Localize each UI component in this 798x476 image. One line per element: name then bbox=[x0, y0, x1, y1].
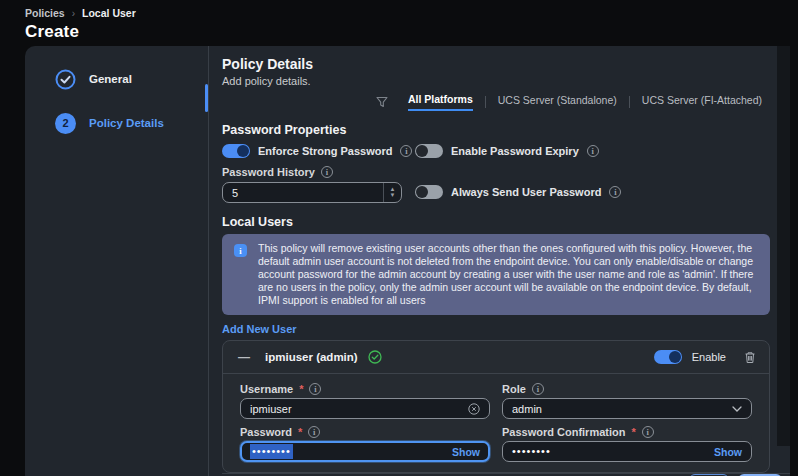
content-title: Policy Details bbox=[222, 56, 770, 72]
username-label: Username bbox=[240, 383, 293, 395]
enable-password-expiry-label: Enable Password Expiry bbox=[451, 145, 579, 157]
chevron-down-icon bbox=[732, 406, 742, 412]
password-confirmation-masked-value: •••••••• bbox=[512, 445, 551, 458]
content-subtitle: Add policy details. bbox=[222, 75, 770, 87]
enforce-strong-password-control: Enforce Strong Password i bbox=[222, 144, 415, 158]
password-confirmation-label: Password Confirmation bbox=[502, 426, 625, 438]
step-policy-details[interactable]: 2 Policy Details bbox=[25, 112, 208, 134]
info-icon[interactable]: i bbox=[321, 166, 333, 178]
enforce-strong-password-toggle[interactable] bbox=[222, 144, 250, 158]
tab-separator bbox=[629, 96, 630, 108]
role-field: Role i admin bbox=[502, 383, 752, 419]
info-icon[interactable]: i bbox=[309, 383, 321, 395]
user-enable-label: Enable bbox=[692, 351, 726, 363]
required-asterisk: * bbox=[299, 383, 303, 395]
number-stepper-icons[interactable]: ▲▼ bbox=[383, 183, 401, 202]
username-input[interactable] bbox=[250, 403, 462, 415]
page-title: Create bbox=[25, 22, 798, 42]
required-asterisk: * bbox=[298, 426, 302, 438]
local-users-heading: Local Users bbox=[222, 215, 770, 229]
info-icon[interactable]: i bbox=[609, 186, 621, 198]
password-confirmation-input[interactable]: •••••••• Show bbox=[502, 441, 752, 462]
scrollbar-thumb[interactable] bbox=[205, 84, 208, 112]
filter-icon[interactable] bbox=[376, 96, 388, 108]
local-users-info-banner: i This policy will remove existing user … bbox=[222, 234, 770, 315]
password-field: Password * i •••••••• Show bbox=[240, 426, 490, 462]
page-header: Policies › Local User Create bbox=[0, 0, 798, 46]
step-number-badge: 2 bbox=[55, 113, 76, 134]
clear-input-icon[interactable] bbox=[468, 403, 480, 415]
info-icon: i bbox=[234, 244, 247, 257]
toggle-row-1: Enforce Strong Password i Enable Passwor… bbox=[222, 144, 770, 158]
enable-password-expiry-toggle[interactable] bbox=[415, 144, 443, 158]
valid-check-icon bbox=[368, 350, 382, 364]
password-label: Password bbox=[240, 426, 292, 438]
add-new-user-link[interactable]: Add New User bbox=[222, 323, 297, 335]
step-general-label: General bbox=[89, 73, 132, 85]
info-icon[interactable]: i bbox=[642, 426, 654, 438]
user-card-form: Username * i bbox=[223, 374, 769, 472]
step-general[interactable]: General bbox=[25, 68, 208, 90]
user-enable-toggle[interactable] bbox=[654, 350, 682, 364]
breadcrumb-current: Local User bbox=[82, 7, 136, 19]
breadcrumb-policies-link[interactable]: Policies bbox=[25, 7, 65, 19]
info-icon[interactable]: i bbox=[308, 426, 320, 438]
password-history-field: Password History i ▲▼ bbox=[222, 166, 415, 203]
always-send-user-password-label: Always Send User Password bbox=[451, 186, 601, 198]
password-confirmation-field: Password Confirmation * i •••••••• Show bbox=[502, 426, 752, 462]
info-icon[interactable]: i bbox=[587, 145, 599, 157]
password-masked-value: •••••••• bbox=[250, 444, 293, 459]
always-send-user-password-toggle[interactable] bbox=[415, 185, 443, 199]
role-select[interactable]: admin bbox=[502, 398, 752, 419]
role-selected-value: admin bbox=[512, 403, 726, 415]
tab-separator bbox=[485, 96, 486, 108]
user-card-header: — ipmiuser (admin) Enable bbox=[223, 341, 769, 373]
always-send-user-password-control: Always Send User Password i bbox=[415, 185, 621, 199]
password-show-button[interactable]: Show bbox=[452, 446, 480, 458]
step-complete-check-icon bbox=[55, 69, 76, 90]
password-history-row: Password History i ▲▼ Always Send User P… bbox=[222, 166, 770, 203]
enable-password-expiry-control: Enable Password Expiry i bbox=[415, 144, 599, 158]
password-history-input[interactable] bbox=[223, 187, 383, 199]
create-policy-panel: General 2 Policy Details Policy Details … bbox=[25, 46, 790, 476]
info-icon[interactable]: i bbox=[400, 145, 412, 157]
breadcrumb-separator-icon: › bbox=[72, 8, 75, 19]
password-properties-heading: Password Properties bbox=[222, 123, 770, 137]
info-banner-text: This policy will remove existing user ac… bbox=[258, 242, 758, 307]
info-icon[interactable]: i bbox=[532, 383, 544, 395]
user-card: — ipmiuser (admin) Enable bbox=[222, 340, 770, 473]
tab-ucs-server-fi-attached[interactable]: UCS Server (FI-Attached) bbox=[642, 94, 762, 110]
password-history-label: Password History bbox=[222, 166, 315, 178]
delete-user-icon[interactable] bbox=[744, 351, 756, 364]
policy-details-content: Policy Details Add policy details. All P… bbox=[209, 46, 790, 476]
content-scrollbar-track[interactable] bbox=[777, 46, 790, 446]
required-asterisk: * bbox=[631, 426, 635, 438]
role-label: Role bbox=[502, 383, 526, 395]
step-policy-details-label: Policy Details bbox=[89, 117, 164, 129]
tab-all-platforms[interactable]: All Platforms bbox=[408, 93, 473, 111]
username-field: Username * i bbox=[240, 383, 490, 419]
user-card-title: ipmiuser (admin) bbox=[265, 351, 358, 363]
tab-ucs-server-standalone[interactable]: UCS Server (Standalone) bbox=[498, 94, 617, 110]
enforce-strong-password-label: Enforce Strong Password bbox=[258, 145, 392, 157]
wizard-stepper: General 2 Policy Details bbox=[25, 46, 208, 476]
platform-tabs: All Platforms UCS Server (Standalone) UC… bbox=[222, 93, 770, 111]
password-input[interactable]: •••••••• Show bbox=[240, 441, 490, 462]
breadcrumb: Policies › Local User bbox=[25, 7, 798, 19]
collapse-icon[interactable]: — bbox=[238, 350, 250, 364]
password-confirmation-show-button[interactable]: Show bbox=[714, 446, 742, 458]
